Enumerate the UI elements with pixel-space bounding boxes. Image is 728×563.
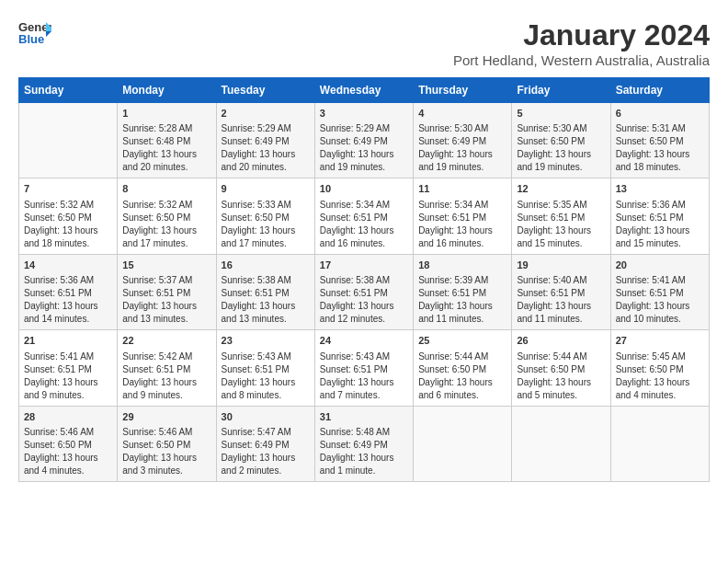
day-info: and 2 minutes. <box>222 465 310 477</box>
day-header-monday: Monday <box>118 78 216 103</box>
day-info: Sunset: 6:48 PM <box>122 135 210 148</box>
calendar-cell: 8Sunrise: 5:32 AMSunset: 6:50 PMDaylight… <box>118 178 216 254</box>
day-info: Sunrise: 5:31 AM <box>616 122 704 135</box>
calendar-body: 1Sunrise: 5:28 AMSunset: 6:48 PMDaylight… <box>19 103 710 482</box>
day-info: and 3 minutes. <box>122 465 210 477</box>
calendar-cell: 25Sunrise: 5:44 AMSunset: 6:50 PMDayligh… <box>414 330 512 406</box>
day-number: 9 <box>222 182 310 196</box>
calendar-cell: 15Sunrise: 5:37 AMSunset: 6:51 PMDayligh… <box>118 254 216 329</box>
calendar-cell: 29Sunrise: 5:46 AMSunset: 6:50 PMDayligh… <box>118 406 216 481</box>
svg-text:Blue: Blue <box>18 32 44 46</box>
calendar-cell: 4Sunrise: 5:30 AMSunset: 6:49 PMDaylight… <box>414 103 512 178</box>
calendar-cell: 13Sunrise: 5:36 AMSunset: 6:51 PMDayligh… <box>610 178 709 254</box>
day-info: Sunrise: 5:32 AM <box>24 199 112 212</box>
logo: General Blue <box>18 18 51 46</box>
day-info: Sunrise: 5:36 AM <box>616 199 704 212</box>
day-number: 21 <box>24 334 112 348</box>
day-info: and 18 minutes. <box>24 237 112 250</box>
day-info: Daylight: 13 hours <box>122 148 210 161</box>
day-info: Sunset: 6:51 PM <box>122 287 210 300</box>
day-info: Sunset: 6:49 PM <box>320 135 408 148</box>
day-info: Sunset: 6:50 PM <box>24 439 112 452</box>
calendar-header-row: SundayMondayTuesdayWednesdayThursdayFrid… <box>19 78 710 103</box>
calendar-cell: 20Sunrise: 5:41 AMSunset: 6:51 PMDayligh… <box>610 254 709 329</box>
page-header: General Blue January 2024 Port Hedland, … <box>18 18 710 68</box>
day-info: Sunrise: 5:38 AM <box>222 274 310 287</box>
day-number: 27 <box>616 334 704 348</box>
day-info: Sunset: 6:50 PM <box>24 212 112 224</box>
day-info: Sunrise: 5:44 AM <box>517 350 605 363</box>
day-info: Sunset: 6:51 PM <box>24 363 112 376</box>
day-info: and 16 minutes. <box>320 237 408 250</box>
calendar-cell: 9Sunrise: 5:33 AMSunset: 6:50 PMDaylight… <box>216 178 314 254</box>
calendar-cell <box>512 406 610 481</box>
day-info: Sunset: 6:51 PM <box>616 287 704 300</box>
calendar-cell: 1Sunrise: 5:28 AMSunset: 6:48 PMDaylight… <box>118 103 216 178</box>
day-info: Daylight: 13 hours <box>616 376 704 389</box>
day-info: Sunset: 6:50 PM <box>122 212 210 224</box>
day-number: 14 <box>24 259 112 272</box>
day-header-sunday: Sunday <box>19 78 118 103</box>
calendar-cell: 28Sunrise: 5:46 AMSunset: 6:50 PMDayligh… <box>19 406 118 481</box>
day-number: 1 <box>122 107 210 121</box>
calendar-cell: 6Sunrise: 5:31 AMSunset: 6:50 PMDaylight… <box>610 103 709 178</box>
day-info: Sunrise: 5:46 AM <box>24 426 112 439</box>
day-info: Sunset: 6:51 PM <box>616 212 704 224</box>
day-info: Sunrise: 5:29 AM <box>320 122 408 135</box>
day-info: Daylight: 13 hours <box>122 300 210 313</box>
day-info: Daylight: 13 hours <box>122 452 210 465</box>
day-number: 26 <box>517 334 605 348</box>
day-info: and 15 minutes. <box>616 237 704 250</box>
day-info: and 15 minutes. <box>517 237 605 250</box>
day-info: Sunrise: 5:33 AM <box>222 199 310 212</box>
day-number: 19 <box>517 259 605 272</box>
calendar-week-3: 14Sunrise: 5:36 AMSunset: 6:51 PMDayligh… <box>19 254 710 329</box>
day-info: Sunset: 6:51 PM <box>222 287 310 300</box>
day-number: 16 <box>222 259 310 272</box>
day-info: Sunrise: 5:46 AM <box>122 426 210 439</box>
day-number: 2 <box>222 107 310 121</box>
day-number: 17 <box>320 259 408 272</box>
day-info: Daylight: 13 hours <box>222 300 310 313</box>
day-number: 7 <box>24 182 112 196</box>
day-info: Sunrise: 5:34 AM <box>320 199 408 212</box>
day-number: 23 <box>222 334 310 348</box>
calendar-cell: 26Sunrise: 5:44 AMSunset: 6:50 PMDayligh… <box>512 330 610 406</box>
calendar-cell <box>414 406 512 481</box>
calendar-week-5: 28Sunrise: 5:46 AMSunset: 6:50 PMDayligh… <box>19 406 710 481</box>
day-info: Daylight: 13 hours <box>418 376 506 389</box>
day-info: and 13 minutes. <box>222 313 310 326</box>
calendar-cell: 3Sunrise: 5:29 AMSunset: 6:49 PMDaylight… <box>314 103 413 178</box>
day-info: Sunset: 6:51 PM <box>517 212 605 224</box>
day-info: Sunset: 6:49 PM <box>320 439 408 452</box>
calendar-cell: 22Sunrise: 5:42 AMSunset: 6:51 PMDayligh… <box>118 330 216 406</box>
day-number: 5 <box>517 107 605 121</box>
day-info: Sunrise: 5:30 AM <box>517 122 605 135</box>
calendar-cell: 14Sunrise: 5:36 AMSunset: 6:51 PMDayligh… <box>19 254 118 329</box>
day-info: and 19 minutes. <box>418 161 506 174</box>
day-info: Daylight: 13 hours <box>222 148 310 161</box>
calendar-cell: 23Sunrise: 5:43 AMSunset: 6:51 PMDayligh… <box>216 330 314 406</box>
day-info: Sunset: 6:50 PM <box>122 439 210 452</box>
day-info: Sunrise: 5:45 AM <box>616 350 704 363</box>
day-info: and 14 minutes. <box>24 313 112 326</box>
day-info: Sunrise: 5:44 AM <box>418 350 506 363</box>
day-info: and 9 minutes. <box>122 389 210 402</box>
calendar-cell: 24Sunrise: 5:43 AMSunset: 6:51 PMDayligh… <box>314 330 413 406</box>
title-block: January 2024 Port Hedland, Western Austr… <box>453 18 710 68</box>
day-info: Sunrise: 5:37 AM <box>122 274 210 287</box>
calendar-week-4: 21Sunrise: 5:41 AMSunset: 6:51 PMDayligh… <box>19 330 710 406</box>
day-info: Daylight: 13 hours <box>517 376 605 389</box>
day-number: 12 <box>517 182 605 196</box>
day-info: Sunset: 6:49 PM <box>222 135 310 148</box>
day-header-friday: Friday <box>512 78 610 103</box>
day-info: Sunrise: 5:41 AM <box>24 350 112 363</box>
day-info: Sunrise: 5:47 AM <box>222 426 310 439</box>
day-number: 10 <box>320 182 408 196</box>
day-info: Sunrise: 5:39 AM <box>418 274 506 287</box>
day-info: Daylight: 13 hours <box>616 300 704 313</box>
day-number: 8 <box>122 182 210 196</box>
day-info: Daylight: 13 hours <box>616 224 704 237</box>
day-info: Sunset: 6:50 PM <box>418 363 506 376</box>
day-number: 24 <box>320 334 408 348</box>
